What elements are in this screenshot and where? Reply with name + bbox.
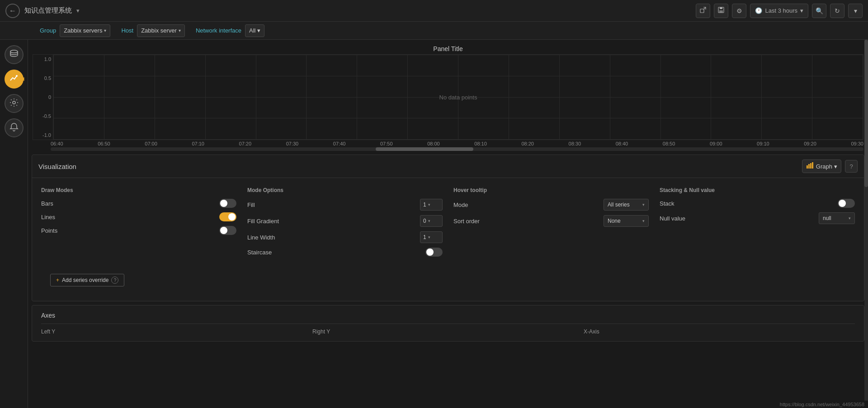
- series-help-icon[interactable]: ?: [111, 277, 118, 284]
- line-width-select[interactable]: 1 ▾: [420, 231, 443, 243]
- save-button[interactable]: [714, 4, 728, 18]
- graph-icon: [806, 162, 814, 171]
- fill-value: 1: [423, 202, 426, 208]
- x-label-17: 09:30: [851, 141, 863, 146]
- sidebar-icon-gear[interactable]: [5, 94, 24, 113]
- plus-icon: +: [56, 277, 59, 283]
- axes-right-y: Right Y: [312, 328, 584, 335]
- points-option-row: Points: [41, 226, 236, 235]
- host-label: Host: [118, 27, 137, 34]
- null-value-value: null: [823, 215, 831, 221]
- line-width-option-row: Line Width 1 ▾: [247, 231, 443, 243]
- hover-mode-select[interactable]: All series ▾: [604, 199, 649, 211]
- gear-icon: ⚙: [736, 7, 742, 14]
- bars-label: Bars: [41, 200, 53, 207]
- series-override-area: + Add series override ?: [32, 270, 864, 301]
- staircase-label: Staircase: [247, 249, 272, 256]
- axes-title: Axes: [41, 312, 855, 319]
- settings-button[interactable]: ⚙: [732, 4, 746, 18]
- staircase-toggle[interactable]: [425, 248, 443, 257]
- refresh-arrow-button[interactable]: ▾: [848, 4, 863, 18]
- x-label-2: 07:00: [145, 141, 157, 146]
- svg-point-6: [16, 75, 18, 77]
- graph-arrow-icon: ▾: [834, 163, 837, 170]
- line-width-arrow-icon: ▾: [428, 235, 430, 239]
- filterbar: Group Zabbix servers ▾ Host Zabbix serve…: [0, 22, 868, 40]
- search-button[interactable]: 🔍: [812, 4, 826, 18]
- main-layout: Panel Title 1.0 0.5 0 -0.5 -1.0: [0, 40, 868, 408]
- fill-select[interactable]: 1 ▾: [420, 199, 443, 211]
- y-label-3: 0: [35, 94, 51, 100]
- points-toggle[interactable]: [219, 226, 236, 235]
- all-dropdown[interactable]: All ▾: [245, 24, 264, 37]
- svg-line-1: [703, 7, 706, 9]
- add-series-label: Add series override: [62, 277, 108, 283]
- axes-x-axis: X-Axis: [584, 328, 855, 335]
- fill-gradient-label: Fill Gradient: [247, 218, 279, 225]
- svg-rect-8: [807, 165, 808, 169]
- topbar-left: ← 知识点管理系统 ▾: [5, 4, 80, 18]
- draw-modes-title: Draw Modes: [41, 187, 236, 193]
- chart-icon: [9, 73, 19, 85]
- hover-mode-label: Mode: [453, 202, 468, 208]
- visualization-panel: Visualization Graph ▾: [32, 155, 864, 301]
- host-value: Zabbix server: [141, 27, 177, 34]
- svg-rect-3: [720, 7, 722, 9]
- save-icon: [718, 7, 724, 14]
- topbar: ← 知识点管理系统 ▾ ⚙ 🕐 Last 3 hours ▾ 🔍 ↻: [0, 0, 868, 22]
- y-label-1: 1.0: [35, 56, 51, 62]
- x-label-6: 07:40: [333, 141, 346, 146]
- share-icon: [700, 7, 706, 14]
- all-arrow-icon: ▾: [257, 27, 260, 34]
- right-scrollbar-thumb: [864, 40, 868, 187]
- bars-toggle[interactable]: [219, 199, 236, 208]
- graph-selector[interactable]: Graph ▾: [802, 159, 841, 173]
- host-dropdown[interactable]: Zabbix server ▾: [137, 24, 185, 37]
- time-label: Last 3 hours: [765, 7, 797, 14]
- sidebar-icon-bell[interactable]: [5, 118, 24, 137]
- fill-gradient-value: 0: [423, 218, 426, 224]
- host-arrow-icon: ▾: [179, 28, 181, 33]
- mode-options-title: Mode Options: [247, 187, 443, 193]
- sort-order-select[interactable]: None ▾: [604, 215, 649, 227]
- chart-scrollbar[interactable]: [51, 147, 863, 151]
- stack-toggle[interactable]: [838, 199, 855, 208]
- line-width-label: Line Width: [247, 234, 275, 241]
- time-range-button[interactable]: 🕐 Last 3 hours ▾: [750, 4, 808, 18]
- lines-toggle[interactable]: [219, 212, 236, 221]
- share-button[interactable]: [696, 4, 710, 18]
- points-label: Points: [41, 227, 57, 234]
- group-dropdown[interactable]: Zabbix servers ▾: [60, 24, 110, 37]
- help-icon: ?: [849, 163, 853, 170]
- mode-option-row: Mode All series ▾: [453, 199, 649, 211]
- x-label-3: 07:10: [192, 141, 204, 146]
- sort-order-arrow-icon: ▾: [642, 219, 645, 223]
- add-series-override-button[interactable]: + Add series override ?: [50, 274, 124, 286]
- chart-xaxis: 06:40 06:50 07:00 07:10 07:20 07:30 07:4…: [28, 140, 868, 146]
- database-icon: [9, 49, 19, 61]
- fill-label: Fill: [247, 202, 255, 208]
- axes-section: Axes Left Y Right Y X-Axis: [32, 305, 864, 342]
- fill-gradient-select[interactable]: 0 ▾: [420, 215, 443, 227]
- x-label-5: 07:30: [286, 141, 299, 146]
- back-button[interactable]: ←: [5, 4, 20, 18]
- lines-option-row: Lines: [41, 212, 236, 221]
- fill-gradient-arrow-icon: ▾: [428, 219, 430, 223]
- app-title: 知识点管理系统: [24, 6, 72, 15]
- settings-icon: [9, 98, 19, 110]
- sidebar-icon-chart[interactable]: [5, 70, 24, 89]
- refresh-arrow-icon: ▾: [854, 7, 857, 14]
- refresh-button[interactable]: ↻: [830, 4, 844, 18]
- y-label-4: -0.5: [35, 113, 51, 119]
- sidebar-icon-database[interactable]: [5, 45, 24, 64]
- x-label-8: 08:00: [427, 141, 440, 146]
- search-icon: 🔍: [816, 7, 823, 14]
- null-value-select[interactable]: null ▾: [819, 212, 855, 224]
- app-title-arrow[interactable]: ▾: [76, 7, 80, 14]
- x-label-13: 08:50: [663, 141, 675, 146]
- options-grid: Draw Modes Bars Lines Points: [32, 178, 864, 270]
- right-scrollbar[interactable]: [864, 40, 868, 408]
- help-button[interactable]: ?: [845, 160, 858, 173]
- fill-arrow-icon: ▾: [428, 202, 430, 207]
- x-axis-label: X-Axis: [584, 328, 599, 335]
